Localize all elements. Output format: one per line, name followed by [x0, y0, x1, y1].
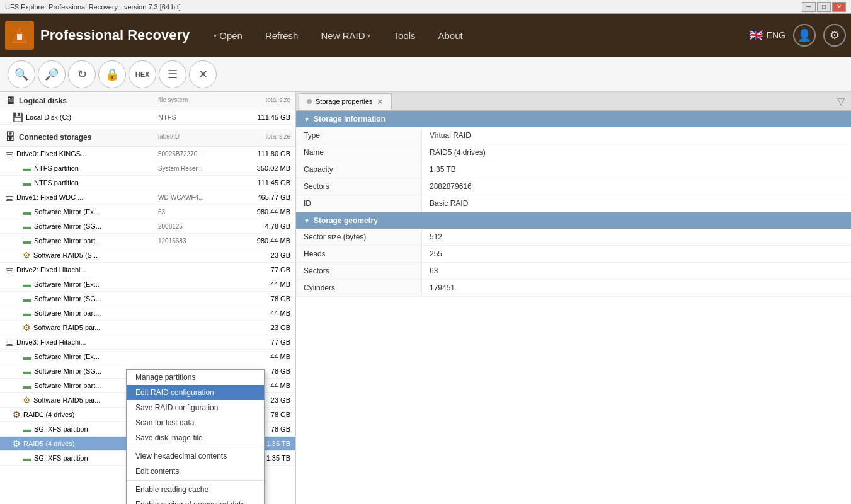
drive2-child1-icon: ▬ [23, 294, 31, 304]
ctx-manage-partitions[interactable]: Manage partitions [127, 370, 264, 385]
drive2-label: Drive2: Fixed Hitachi... [16, 266, 86, 273]
connected-storages-label: Connected storages [19, 133, 158, 142]
drive0-icon: 🖴 [5, 149, 14, 159]
menu-new-raid-arrow: ▾ [367, 32, 370, 39]
local-disk-c-name: 💾 Local Disk (C:) [13, 112, 158, 122]
hex-tool-button[interactable]: HEX [129, 60, 156, 88]
menu-about[interactable]: About [427, 14, 474, 57]
language-selector[interactable]: 🇬🇧 ENG [749, 28, 785, 42]
drive2-child0[interactable]: ▬ Software Mirror (Ex... 44 MB [0, 277, 295, 292]
drive1-child1-size: 4.78 GB [234, 222, 290, 230]
list-tool-button[interactable]: ☰ [159, 60, 186, 88]
drive1-child1-icon: ▬ [23, 221, 31, 231]
connected-storages-size-header: total size [234, 133, 290, 142]
drive0-part1-labelid: System Reser... [158, 165, 234, 172]
ctx-enable-saving[interactable]: Enable saving of processed data [127, 497, 264, 504]
sgi-xfs-2-icon: ▬ [23, 453, 31, 463]
drive2-child3[interactable]: ⚙ Software RAID5 par... 23 GB [0, 321, 295, 335]
drive2-child2[interactable]: ▬ Software Mirror part... 44 MB [0, 306, 295, 321]
drive3-child3-icon: ⚙ [23, 395, 31, 405]
menu-open-label: Open [219, 30, 243, 41]
local-disk-c-label: Local Disk (C:) [26, 113, 71, 121]
drive2-icon: 🖴 [5, 265, 14, 275]
drive2-child0-label: Software Mirror (Ex... [34, 280, 100, 288]
tab-filter-icon[interactable]: ▽ [833, 95, 848, 107]
prop-name-label: Name [296, 144, 422, 161]
tab-label: Storage properties [316, 98, 373, 105]
minimize-button[interactable]: ─ [802, 2, 816, 12]
menu-new-raid-label: New RAID [321, 30, 365, 41]
drive1-child3[interactable]: ⚙ Software RAID5 (S... 23 GB [0, 248, 295, 263]
drive3-child1-icon: ▬ [23, 366, 31, 376]
window-title: UFS Explorer Professional Recovery - ver… [5, 3, 181, 11]
left-panel: 🖥 Logical disks file system total size 💾… [0, 92, 296, 504]
menu-new-raid[interactable]: New RAID ▾ [309, 14, 382, 57]
ctx-save-disk-image[interactable]: Save disk image file [127, 430, 264, 445]
drive0-item[interactable]: 🖴 Drive0: Fixed KINGS... 50026B72270... … [0, 147, 295, 161]
local-disk-c-fs: NTFS [158, 113, 234, 121]
maximize-button[interactable]: □ [817, 2, 831, 12]
close-button[interactable]: ✕ [832, 2, 846, 12]
storage-geometry-section-label: Storage geometry [314, 216, 378, 225]
menu-items: ▾ Open Refresh New RAID ▾ Tools About [202, 14, 748, 57]
settings-button[interactable]: ⚙ [823, 24, 846, 47]
menu-tools[interactable]: Tools [382, 14, 426, 57]
drive1-child0-icon: ▬ [23, 207, 31, 217]
drive0-part1-label: NTFS partition [34, 164, 79, 172]
drive1-name: 🖴 Drive1: Fixed WDC ... [5, 192, 158, 202]
drive3-child0[interactable]: ▬ Software Mirror (Ex... 44 MB [0, 350, 295, 364]
drive3-child3-label: Software RAID5 par... [33, 396, 100, 404]
drive3-size: 77 GB [234, 338, 290, 346]
search-tool-button[interactable]: 🔍 [8, 60, 35, 88]
prop-name-value: RAID5 (4 drives) [422, 144, 851, 161]
drive0-name: 🖴 Drive0: Fixed KINGS... [5, 149, 158, 159]
prop-id-label: ID [296, 195, 422, 212]
drive0-part1[interactable]: ▬ NTFS partition System Reser... 350.02 … [0, 161, 295, 176]
ctx-scan-lost-data[interactable]: Scan for lost data [127, 415, 264, 430]
drive1-child2-label: Software Mirror part... [34, 237, 101, 244]
prop-row-sectors: Sectors 2882879616 [296, 178, 851, 195]
prop-heads-label: Heads [296, 246, 422, 262]
drive1-child1-start: 2008125 [158, 223, 234, 230]
drive1-item[interactable]: 🖴 Drive1: Fixed WDC ... WD-WCAWF4... 465… [0, 190, 295, 205]
storage-properties-tab[interactable]: Storage properties ✕ [299, 93, 392, 110]
drive1-label: Drive1: Fixed WDC ... [16, 193, 83, 201]
properties-area: ▼ Storage information Type Virtual RAID … [296, 111, 851, 504]
ctx-save-raid-config[interactable]: Save RAID configuration [127, 400, 264, 415]
drive1-child3-label: Software RAID5 (S... [33, 251, 98, 259]
drive1-child0-start: 63 [158, 209, 234, 215]
drive1-child2[interactable]: ▬ Software Mirror part... 12016683 980.4… [0, 234, 295, 248]
drive0-part1-name: ▬ NTFS partition [23, 163, 158, 173]
close-tool-button[interactable]: ✕ [189, 60, 217, 88]
lock-tool-button[interactable]: 🔒 [98, 60, 126, 88]
context-menu: Manage partitions Edit RAID configuratio… [126, 369, 265, 504]
drive1-child0[interactable]: ▬ Software Mirror (Ex... 63 980.44 MB [0, 205, 295, 219]
drive0-part2-label: NTFS partition [34, 179, 79, 186]
raid1-icon: ⚙ [13, 410, 21, 420]
storage-info-collapse-arrow[interactable]: ▼ [304, 116, 310, 123]
raid1-label: RAID1 (4 drives) [23, 411, 74, 418]
refresh-tool-button[interactable]: ↻ [68, 60, 96, 88]
ctx-edit-raid-config[interactable]: Edit RAID configuration [127, 385, 264, 400]
prop-row-capacity: Capacity 1.35 TB [296, 161, 851, 178]
prop-row-name: Name RAID5 (4 drives) [296, 144, 851, 161]
ctx-enable-reading-cache[interactable]: Enable reading cache [127, 482, 264, 497]
drive0-part2[interactable]: ▬ NTFS partition 111.45 GB [0, 176, 295, 190]
sgi-xfs-1-label: SGI XFS partition [34, 425, 88, 433]
drive1-child1[interactable]: ▬ Software Mirror (SG... 2008125 4.78 GB [0, 219, 295, 234]
ctx-view-hex[interactable]: View hexadecimal contents [127, 449, 264, 464]
drive2-item[interactable]: 🖴 Drive2: Fixed Hitachi... 77 GB [0, 263, 295, 277]
storage-geometry-collapse-arrow[interactable]: ▼ [304, 217, 310, 224]
scan-tool-button[interactable]: 🔎 [38, 60, 66, 88]
local-disk-c[interactable]: 💾 Local Disk (C:) NTFS 111.45 GB [0, 110, 295, 125]
user-button[interactable]: 👤 [793, 24, 816, 47]
drive3-label: Drive3: Fixed Hitachi... [16, 338, 86, 346]
tab-close-icon[interactable]: ✕ [377, 97, 384, 106]
ctx-edit-contents[interactable]: Edit contents [127, 464, 264, 479]
drive2-child1-size: 78 GB [234, 295, 290, 302]
menu-open[interactable]: ▾ Open [202, 14, 254, 57]
drive2-name: 🖴 Drive2: Fixed Hitachi... [5, 265, 158, 275]
drive3-item[interactable]: 🖴 Drive3: Fixed Hitachi... 77 GB [0, 335, 295, 350]
drive2-child1[interactable]: ▬ Software Mirror (SG... 78 GB [0, 292, 295, 306]
menu-refresh[interactable]: Refresh [254, 14, 310, 57]
